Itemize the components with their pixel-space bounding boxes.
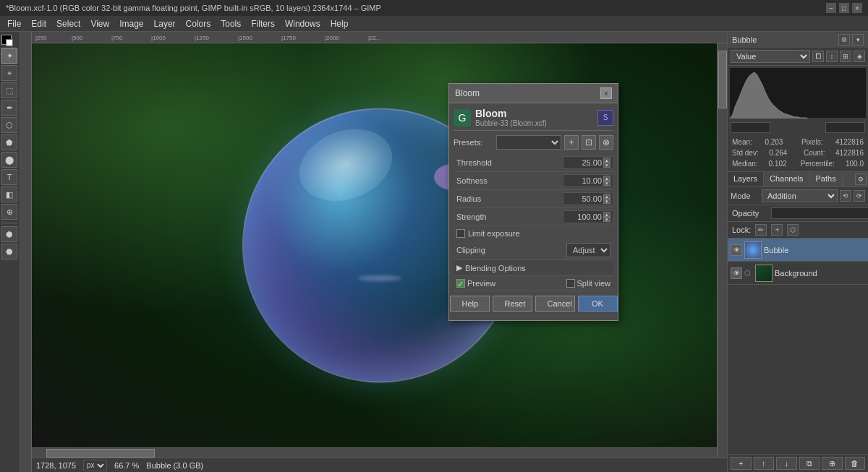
tool-text[interactable]: T — [1, 169, 17, 185]
lock-pixels-btn[interactable]: ✏ — [755, 224, 767, 236]
ruler-ticks: |250 |500 |750 |1000 |1250 |1500 |1750 |… — [32, 32, 727, 43]
clipping-select[interactable]: Adjust Clip — [566, 243, 610, 257]
raise-layer-btn[interactable]: ↑ — [754, 457, 775, 470]
tool-eraser[interactable]: ⬟ — [1, 134, 17, 150]
param-strength: Strength 100.00 ▴ ▾ — [454, 208, 613, 226]
preset-save-btn[interactable]: ⊡ — [582, 135, 596, 150]
scrollbar-v-thumb[interactable] — [718, 51, 727, 108]
bloom-script-button[interactable]: S — [597, 110, 613, 126]
cancel-button[interactable]: Cancel — [535, 296, 575, 312]
scrollbar-h-thumb[interactable] — [46, 449, 155, 458]
scrollbar-horizontal[interactable] — [32, 447, 727, 458]
histogram-btn1[interactable]: ⧠ — [812, 51, 824, 62]
reset-button[interactable]: Reset — [493, 296, 532, 312]
menu-help[interactable]: Help — [326, 17, 353, 30]
bloom-plugin-subtitle: Bubble-33 (Bloom.xcf) — [475, 119, 547, 127]
radius-down[interactable]: ▾ — [603, 199, 610, 204]
tab-paths[interactable]: Paths — [810, 172, 843, 186]
tool-path[interactable]: ✒ — [1, 100, 17, 116]
opacity-row: Opacity 100.0 — [728, 205, 868, 222]
unit-select[interactable]: px — [83, 460, 107, 471]
param-threshold: Threshold 25.00 ▴ ▾ — [454, 154, 613, 172]
tool-heal[interactable]: ⬣ — [1, 244, 17, 259]
strength-up[interactable]: ▴ — [603, 212, 610, 217]
lower-layer-btn[interactable]: ↓ — [776, 457, 797, 470]
menu-colors[interactable]: Colors — [182, 17, 216, 30]
layer-item-background[interactable]: 👁 ⬡ Background — [728, 262, 868, 285]
stat-std-row: Std dev: 0.264 Count: 4122816 — [732, 147, 864, 158]
histogram-config-btn[interactable]: ⚙ — [838, 34, 850, 46]
help-button[interactable]: Help — [450, 296, 490, 312]
tab-layers[interactable]: Layers — [728, 172, 764, 186]
tab-channels[interactable]: Channels — [764, 172, 809, 186]
lock-alpha-btn[interactable]: ⬡ — [787, 224, 799, 236]
layer-visibility-bubble[interactable]: 👁 — [731, 244, 742, 256]
threshold-down[interactable]: ▾ — [603, 163, 610, 168]
coords-display: 1728, 1075 — [36, 461, 76, 470]
range-min-input[interactable]: 0.000 — [731, 122, 770, 133]
softness-up[interactable]: ▴ — [603, 176, 610, 181]
menu-filters[interactable]: Filters — [247, 17, 279, 30]
radius-up[interactable]: ▴ — [603, 194, 610, 199]
threshold-up[interactable]: ▴ — [603, 158, 610, 163]
clipping-row: Clipping Adjust Clip — [454, 241, 613, 260]
histogram-title: Bubble — [732, 35, 757, 44]
duplicate-layer-btn[interactable]: ⧉ — [799, 457, 820, 470]
stat-median-row: Median: 0.102 Percentile: 100.0 — [732, 158, 864, 169]
tool-selection[interactable]: ✦ — [1, 48, 17, 64]
menu-view[interactable]: View — [86, 17, 114, 30]
mode-btn2[interactable]: ⟳ — [854, 190, 865, 202]
limit-exposure-checkbox[interactable] — [456, 229, 465, 238]
layer-item-bubble[interactable]: 👁 Bubble — [728, 239, 868, 262]
merge-layer-btn[interactable]: ⊕ — [822, 457, 843, 470]
tool-paint[interactable]: ⬡ — [1, 117, 17, 133]
lock-position-btn[interactable]: + — [771, 224, 783, 236]
menu-file[interactable]: File — [3, 17, 25, 30]
new-layer-btn[interactable]: + — [731, 457, 752, 470]
mode-select[interactable]: Addition Normal Multiply — [762, 189, 838, 202]
tool-clone[interactable]: ⬢ — [1, 226, 17, 242]
foreground-color[interactable] — [1, 35, 12, 45]
split-view-checkbox[interactable] — [566, 279, 575, 288]
mode-btn1[interactable]: ⟲ — [840, 190, 851, 202]
menu-tools[interactable]: Tools — [216, 17, 245, 30]
maximize-button[interactable]: □ — [839, 3, 849, 13]
tool-transform[interactable]: ⬚ — [1, 82, 17, 98]
tool-fill[interactable]: ⬤ — [1, 152, 17, 168]
strength-down[interactable]: ▾ — [603, 217, 610, 222]
histogram-btn3[interactable]: ⊞ — [840, 51, 851, 62]
scrollbar-vertical[interactable] — [717, 43, 727, 458]
blending-options-section: ▶ Blending Options — [454, 260, 613, 276]
menu-select[interactable]: Select — [52, 17, 85, 30]
presets-select[interactable] — [496, 135, 561, 150]
menu-image[interactable]: Image — [115, 17, 148, 30]
histogram-more-btn[interactable]: ▾ — [852, 34, 864, 46]
color-swatches — [1, 35, 18, 45]
ok-button[interactable]: OK — [578, 296, 618, 312]
preview-checkbox[interactable]: ✓ — [456, 279, 465, 288]
histogram-btn4[interactable]: ◈ — [854, 51, 865, 62]
layers-config-btn[interactable]: ⚙ — [855, 173, 867, 185]
softness-down[interactable]: ▾ — [603, 181, 610, 186]
blending-options-header[interactable]: ▶ Blending Options — [456, 263, 610, 273]
minimize-button[interactable]: − — [826, 3, 836, 13]
menu-edit[interactable]: Edit — [27, 17, 51, 30]
opacity-input[interactable]: 100.0 — [771, 207, 868, 219]
tool-zoom[interactable]: ⊕ — [1, 204, 17, 220]
preset-delete-btn[interactable]: ⊗ — [599, 135, 613, 150]
bloom-close-button[interactable]: × — [600, 87, 612, 99]
preset-add-btn[interactable]: + — [564, 135, 579, 150]
menu-layer[interactable]: Layer — [150, 17, 180, 30]
background-color[interactable] — [6, 39, 13, 46]
menu-windows[interactable]: Windows — [281, 17, 325, 30]
layer-visibility-bg[interactable]: 👁 — [731, 267, 742, 279]
canvas-container[interactable] — [32, 43, 727, 458]
channel-select[interactable]: Value Red Green Blue — [731, 50, 810, 63]
close-button[interactable]: × — [852, 3, 862, 13]
tool-crop[interactable]: ⌖ — [1, 65, 17, 81]
range-max-input[interactable]: 1.000 — [825, 122, 865, 133]
mean-label: Mean: — [732, 137, 752, 147]
delete-layer-btn[interactable]: 🗑 — [845, 457, 866, 470]
histogram-btn2[interactable]: ↕ — [826, 51, 838, 62]
tool-measure[interactable]: ◧ — [1, 186, 17, 202]
